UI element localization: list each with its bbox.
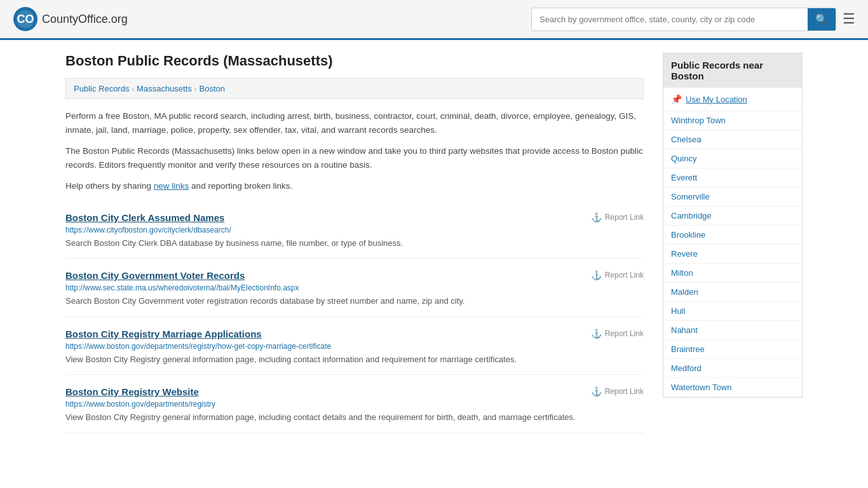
nearby-city-11[interactable]: Nahant xyxy=(663,321,802,339)
result-title-1[interactable]: Boston City Government Voter Records xyxy=(65,270,245,281)
list-item: Braintree xyxy=(663,340,802,359)
nearby-city-8[interactable]: Milton xyxy=(663,264,802,282)
results-list: Boston City Clerk Assumed Names ⚓ Report… xyxy=(65,201,644,433)
report-link-1[interactable]: ⚓ Report Link xyxy=(591,270,644,280)
result-desc-0: Search Boston City Clerk DBA database by… xyxy=(65,237,644,250)
report-icon-0: ⚓ xyxy=(591,212,602,222)
result-url-1[interactable]: http://www.sec.state.ma.us/wheredoivotem… xyxy=(65,283,644,292)
nearby-city-1[interactable]: Chelsea xyxy=(663,130,802,149)
breadcrumb-sep-2: › xyxy=(194,85,197,93)
page-title: Boston Public Records (Massachusetts) xyxy=(65,53,644,69)
description-1: Perform a free Boston, MA public record … xyxy=(65,109,644,137)
list-item: Everett xyxy=(663,168,802,187)
site-header: CO CountyOffice.org 🔍 ☰ xyxy=(0,0,868,40)
nearby-city-7[interactable]: Revere xyxy=(663,245,802,263)
list-item: Brookline xyxy=(663,226,802,245)
sidebar-title: Public Records near Boston xyxy=(663,53,802,88)
nearby-city-2[interactable]: Quincy xyxy=(663,149,802,168)
list-item: Milton xyxy=(663,264,802,283)
result-item: Boston City Government Voter Records ⚓ R… xyxy=(65,259,644,317)
menu-button[interactable]: ☰ xyxy=(843,12,855,26)
list-item: Winthrop Town xyxy=(663,111,802,130)
list-item: Hull xyxy=(663,302,802,321)
breadcrumb-sep-1: › xyxy=(132,85,134,93)
list-item: Malden xyxy=(663,283,802,302)
nearby-city-0[interactable]: Winthrop Town xyxy=(663,111,802,130)
nearby-city-5[interactable]: Cambridge xyxy=(663,207,802,225)
svg-text:CO: CO xyxy=(17,13,34,25)
report-link-0[interactable]: ⚓ Report Link xyxy=(591,212,644,222)
search-button[interactable]: 🔍 xyxy=(808,8,836,30)
list-item: Nahant xyxy=(663,321,802,340)
main-container: Boston Public Records (Massachusetts) Pu… xyxy=(53,40,815,446)
breadcrumb-public-records[interactable]: Public Records xyxy=(74,84,129,93)
report-icon-2: ⚓ xyxy=(591,329,602,339)
nearby-city-14[interactable]: Watertown Town xyxy=(663,378,802,396)
result-desc-3: View Boston City Registry general inform… xyxy=(65,411,644,424)
result-header: Boston City Registry Website ⚓ Report Li… xyxy=(65,386,644,397)
nearby-city-13[interactable]: Medford xyxy=(663,359,802,377)
result-desc-1: Search Boston City Government voter regi… xyxy=(65,295,644,308)
use-my-location-link[interactable]: Use My Location xyxy=(686,95,747,104)
result-header: Boston City Clerk Assumed Names ⚓ Report… xyxy=(65,212,644,223)
list-item: Somerville xyxy=(663,187,802,207)
sidebar: Public Records near Boston 📌 Use My Loca… xyxy=(663,53,803,433)
breadcrumb: Public Records › Massachusetts › Boston xyxy=(65,78,644,99)
list-item: Cambridge xyxy=(663,207,802,226)
description-2: The Boston Public Records (Massachusetts… xyxy=(65,144,644,172)
list-item: Revere xyxy=(663,245,802,264)
breadcrumb-massachusetts[interactable]: Massachusetts xyxy=(137,84,192,93)
list-item: Quincy xyxy=(663,149,802,168)
logo: CO CountyOffice.org xyxy=(13,6,128,32)
result-header: Boston City Registry Marriage Applicatio… xyxy=(65,329,644,339)
result-title-2[interactable]: Boston City Registry Marriage Applicatio… xyxy=(65,329,262,339)
description-3: Help others by sharing new links and rep… xyxy=(65,179,644,193)
nearby-city-12[interactable]: Braintree xyxy=(663,340,802,358)
search-input[interactable] xyxy=(532,10,808,29)
list-item: Watertown Town xyxy=(663,378,802,397)
pin-icon: 📌 xyxy=(671,94,682,104)
nearby-list: Winthrop TownChelseaQuincyEverettSomervi… xyxy=(663,111,802,397)
header-right: 🔍 ☰ xyxy=(531,8,855,31)
result-desc-2: View Boston City Registry general inform… xyxy=(65,353,644,366)
report-link-3[interactable]: ⚓ Report Link xyxy=(591,386,644,396)
content-area: Boston Public Records (Massachusetts) Pu… xyxy=(65,53,644,433)
result-url-3[interactable]: https://www.boston.gov/departments/regis… xyxy=(65,400,644,409)
sidebar-box: Public Records near Boston 📌 Use My Loca… xyxy=(663,53,803,398)
result-title-3[interactable]: Boston City Registry Website xyxy=(65,386,199,397)
logo-icon: CO xyxy=(13,6,38,32)
use-my-location[interactable]: 📌 Use My Location xyxy=(663,88,802,111)
nearby-city-9[interactable]: Malden xyxy=(663,283,802,301)
new-links-link[interactable]: new links xyxy=(154,181,189,191)
breadcrumb-boston[interactable]: Boston xyxy=(199,84,224,93)
result-item: Boston City Registry Website ⚓ Report Li… xyxy=(65,375,644,433)
result-header: Boston City Government Voter Records ⚓ R… xyxy=(65,270,644,281)
result-url-0[interactable]: https://www.cityofboston.gov/cityclerk/d… xyxy=(65,226,644,234)
nearby-city-4[interactable]: Somerville xyxy=(663,187,802,206)
list-item: Chelsea xyxy=(663,130,802,149)
result-title-0[interactable]: Boston City Clerk Assumed Names xyxy=(65,212,224,223)
result-item: Boston City Registry Marriage Applicatio… xyxy=(65,317,644,376)
search-bar: 🔍 xyxy=(531,8,836,31)
report-link-2[interactable]: ⚓ Report Link xyxy=(591,329,644,339)
report-icon-1: ⚓ xyxy=(591,270,602,280)
logo-text: CountyOffice.org xyxy=(42,13,128,26)
result-url-2[interactable]: https://www.boston.gov/departments/regis… xyxy=(65,342,644,351)
nearby-city-6[interactable]: Brookline xyxy=(663,226,802,244)
report-icon-3: ⚓ xyxy=(591,386,602,396)
nearby-city-3[interactable]: Everett xyxy=(663,168,802,187)
result-item: Boston City Clerk Assumed Names ⚓ Report… xyxy=(65,201,644,259)
nearby-city-10[interactable]: Hull xyxy=(663,302,802,320)
list-item: Medford xyxy=(663,359,802,378)
